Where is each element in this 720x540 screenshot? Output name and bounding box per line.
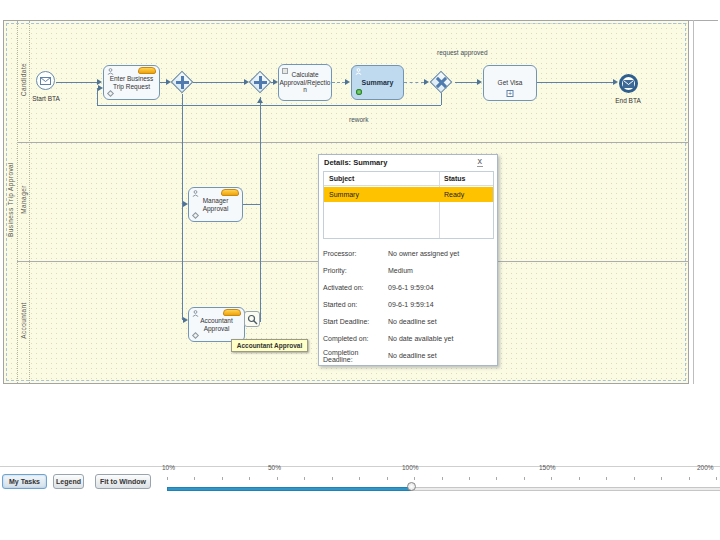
close-icon[interactable]: x bbox=[477, 156, 484, 167]
edge-summary-to-gatewayx bbox=[404, 82, 424, 83]
popup-header: Details: Summary x bbox=[319, 155, 497, 171]
zoom-tick bbox=[414, 477, 415, 480]
zoom-tick bbox=[249, 477, 250, 480]
user-task-icon bbox=[107, 68, 114, 77]
zoom-tick bbox=[387, 477, 388, 480]
field-row: Completion Deadline:No deadline set bbox=[323, 347, 495, 364]
magnifier-icon[interactable] bbox=[244, 311, 260, 327]
edge-label-rework: rework bbox=[349, 116, 369, 123]
diamond-marker-icon bbox=[192, 332, 199, 339]
automated-task-icon bbox=[282, 68, 288, 76]
user-task-icon bbox=[355, 68, 362, 77]
end-event-label: End BTA bbox=[608, 97, 648, 104]
field-value: 09-6-1 9:59:04 bbox=[388, 284, 434, 291]
column-header-subject: Subject bbox=[329, 175, 354, 182]
field-label: Priority: bbox=[323, 267, 388, 274]
table-header-row: Subject Status bbox=[324, 172, 493, 186]
field-value: No deadline set bbox=[388, 318, 437, 325]
zoom-tick bbox=[222, 477, 223, 480]
edge-manager-out bbox=[243, 204, 260, 205]
lane-label-divider bbox=[29, 21, 30, 383]
zoom-label-100: 100% bbox=[402, 464, 419, 471]
zoom-tick bbox=[551, 477, 552, 480]
zoom-tick bbox=[469, 477, 470, 480]
task-label: Enter BusinessTrip Request bbox=[110, 75, 154, 90]
zoom-label-200: 200% bbox=[697, 464, 714, 471]
zoom-tick bbox=[194, 477, 195, 480]
cell-status: Ready bbox=[444, 191, 464, 198]
task-label: Summary bbox=[362, 79, 394, 87]
field-label: Completed on: bbox=[323, 335, 388, 342]
my-tasks-button[interactable]: My Tasks bbox=[2, 474, 47, 489]
edge-getvisa-to-end bbox=[537, 82, 614, 83]
zoom-label-50: 50% bbox=[268, 464, 281, 471]
parallel-gateway-split[interactable] bbox=[171, 71, 194, 94]
diamond-marker-icon bbox=[107, 90, 114, 97]
task-manager-approval[interactable]: ManagerApproval bbox=[188, 187, 243, 222]
canvas-right-border bbox=[693, 20, 694, 384]
zoom-tick bbox=[524, 477, 525, 480]
zoom-tick bbox=[579, 477, 580, 480]
plus-icon bbox=[181, 76, 184, 89]
field-row: Started on:09-6-1 9:59:14 bbox=[323, 296, 495, 313]
task-detail-fields: Processor:No owner assigned yet Priority… bbox=[323, 245, 495, 364]
exclusive-gateway[interactable] bbox=[430, 71, 453, 94]
field-label: Completion Deadline: bbox=[323, 349, 388, 363]
edge-rework-down bbox=[441, 93, 442, 105]
field-row: Processor:No owner assigned yet bbox=[323, 245, 495, 262]
arrowhead bbox=[257, 95, 263, 103]
legend-button[interactable]: Legend bbox=[53, 474, 84, 489]
field-label: Processor: bbox=[323, 250, 388, 257]
task-label: Get Visa bbox=[498, 79, 523, 87]
task-get-visa[interactable]: Get Visa + bbox=[483, 65, 537, 101]
task-state-marker bbox=[223, 309, 241, 316]
field-row: Priority:Medium bbox=[323, 262, 495, 279]
parallel-gateway-join[interactable] bbox=[249, 71, 272, 94]
zoom-tick bbox=[496, 477, 497, 480]
field-label: Started on: bbox=[323, 301, 388, 308]
start-event-label: Start BTA bbox=[26, 95, 66, 102]
edge-rework-horizontal bbox=[97, 105, 441, 106]
user-task-icon bbox=[192, 190, 199, 199]
task-enter-business-trip-request[interactable]: Enter BusinessTrip Request bbox=[103, 65, 160, 100]
zoom-tick bbox=[167, 477, 168, 480]
details-popup: Details: Summary x Subject Status Summar… bbox=[318, 154, 498, 366]
zoom-tick bbox=[634, 477, 635, 480]
task-calculate-approval-rejection[interactable]: CalculateApproval/Rejection bbox=[278, 64, 332, 101]
status-ready-indicator bbox=[356, 89, 362, 95]
cell-subject: Summary bbox=[329, 191, 359, 198]
zoom-tick bbox=[304, 477, 305, 480]
field-row: Activated on:09-6-1 9:59:04 bbox=[323, 279, 495, 296]
field-row: Start Deadline:No deadline set bbox=[323, 313, 495, 330]
popup-title: Details: Summary bbox=[324, 158, 387, 167]
lane-divider-1 bbox=[17, 142, 689, 143]
field-value: No date available yet bbox=[388, 335, 453, 342]
edge-gatewayx-to-getvisa bbox=[455, 82, 478, 83]
task-accountant-approval[interactable]: AccountantApproval bbox=[188, 307, 245, 342]
start-event[interactable] bbox=[36, 71, 55, 90]
zoom-slider-track[interactable] bbox=[411, 487, 720, 491]
edge-join-vertical bbox=[260, 97, 261, 322]
tooltip-accountant-approval: Accountant Approval bbox=[231, 339, 308, 352]
zoom-slider-track-filled[interactable] bbox=[167, 487, 411, 491]
fit-to-window-button[interactable]: Fit to Window bbox=[95, 474, 151, 489]
zoom-tick bbox=[716, 477, 717, 480]
subprocess-expand-icon[interactable]: + bbox=[507, 90, 514, 97]
task-summary-selected[interactable]: Summary bbox=[351, 65, 404, 100]
task-state-marker bbox=[138, 67, 156, 74]
pool-label-divider bbox=[17, 21, 18, 383]
lane-label-accountant: Accountant bbox=[20, 271, 27, 371]
zoom-tick bbox=[442, 477, 443, 480]
zoom-tick bbox=[359, 477, 360, 480]
table-row-selected[interactable]: Summary Ready bbox=[324, 187, 493, 202]
field-value: Medium bbox=[388, 267, 413, 274]
zoom-label-150: 150% bbox=[539, 464, 556, 471]
end-event[interactable] bbox=[619, 74, 638, 93]
field-value: No owner assigned yet bbox=[388, 250, 459, 257]
task-table: Subject Status Summary Ready bbox=[323, 171, 494, 239]
task-label: AccountantApproval bbox=[200, 317, 233, 332]
field-label: Activated on: bbox=[323, 284, 388, 291]
zoom-slider-thumb[interactable] bbox=[407, 482, 416, 491]
zoom-tick bbox=[332, 477, 333, 480]
toolbar-separator bbox=[0, 466, 720, 467]
